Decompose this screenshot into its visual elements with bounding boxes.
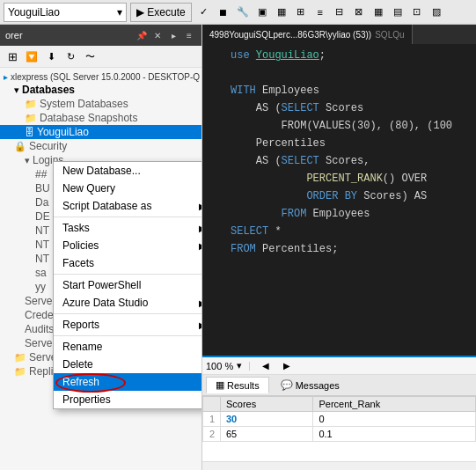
system-databases-item[interactable]: 📁 System Databases (0, 97, 201, 111)
server-item[interactable]: ▸ xlexpress (SQL Server 15.0.2000 - DESK… (0, 71, 201, 83)
checkmark-icon[interactable]: ✓ (195, 4, 213, 21)
menu-facets[interactable]: Facets (54, 254, 202, 272)
menu-refresh-label: Refresh (62, 376, 99, 388)
code-line-8: PERCENT_RANK() OVER (231, 171, 427, 187)
row-num-2: 2 (203, 427, 221, 442)
code-editor[interactable]: use YouguiLiao; WITH Employees AS (SELEC… (202, 44, 476, 356)
toolbar-icon5[interactable]: ⊟ (331, 4, 348, 21)
menu-script-db[interactable]: Script Database as ▶ (54, 197, 202, 215)
database-dropdown[interactable]: YouguiLiao ▾ (4, 3, 127, 22)
refresh-tree-icon[interactable]: ↻ (62, 48, 79, 65)
youguiliao-db-item[interactable]: 🗄 YouguiLiao (0, 125, 201, 139)
toolbar-icon6[interactable]: ⊠ (350, 4, 368, 21)
menu-properties[interactable]: Properties (54, 391, 202, 408)
left-panel: orer 📌 ✕ ▸ ≡ ⊞ 🔽 ⬇ ↻ 〜 ▸ xlexpress (SQL … (0, 25, 202, 470)
line-num-3 (209, 83, 223, 99)
toolbar-icons: ✓ ⏹ 🔧 ▣ ▦ ⊞ ≡ ⊟ ⊠ ▦ ▤ ⊡ ▨ (195, 4, 445, 21)
line-num-6 (209, 136, 223, 151)
toolbar-icon4[interactable]: ≡ (311, 4, 329, 21)
stop-icon[interactable]: ⏹ (215, 4, 232, 21)
line-num-10 (209, 206, 223, 222)
toolbar-icon7[interactable]: ▦ (370, 4, 387, 21)
scroll-right-icon[interactable]: ▶ (278, 357, 296, 375)
sys-db-label: System Databases (40, 98, 128, 110)
tab-bar: 4998YouguiSQLperc...86G3R\yyliao (53)) S… (202, 25, 476, 44)
table-row: 2 65 0.1 (203, 427, 476, 442)
toolbar-icon1[interactable]: ▣ (253, 4, 271, 21)
db-name-label: YouguiLiao (8, 6, 60, 18)
percent-val-2: 0.1 (313, 427, 476, 442)
panel-title: orer (5, 30, 23, 40)
scores-val-1: 30 (221, 412, 313, 427)
databases-folder[interactable]: ▾ Databases (0, 83, 201, 97)
youguiliao-label: YouguiLiao (37, 126, 89, 138)
menu-powershell-label: Start PowerShell (62, 279, 141, 291)
row-num-col-header (203, 397, 221, 412)
line-num-2 (209, 65, 223, 81)
panel-pin-icon[interactable]: 📌 (135, 28, 149, 42)
result-area: 100 % ▾ ◀ ▶ ▦ Results 💬 Messages (202, 356, 476, 470)
menu-rename[interactable]: Rename (54, 338, 202, 356)
messages-tab[interactable]: 💬 Messages (271, 377, 349, 393)
messages-tab-icon: 💬 (281, 379, 293, 391)
code-line-6: Percentiles (231, 136, 326, 151)
menu-tasks[interactable]: Tasks ▶ (54, 219, 202, 237)
messages-tab-label: Messages (296, 380, 340, 391)
menu-new-database[interactable]: New Database... (54, 162, 202, 180)
results-tab[interactable]: ▦ Results (206, 377, 269, 393)
panel-header: orer 📌 ✕ ▸ ≡ (0, 25, 201, 46)
login-nt3-label: NT (35, 253, 49, 265)
toolbar-icon2[interactable]: ▦ (273, 4, 290, 21)
menu-facets-label: Facets (62, 257, 94, 269)
panel-arrow-icon[interactable]: ▸ (166, 28, 180, 42)
line-num-8 (209, 171, 223, 187)
menu-azure-studio[interactable]: Azure Data Studio ▶ (54, 294, 202, 312)
panel-menu-icon[interactable]: ≡ (182, 28, 196, 42)
db-snap-label: Database Snapshots (40, 112, 137, 124)
security-label: Security (29, 140, 67, 152)
audits-label: Audits (25, 323, 54, 335)
security-item[interactable]: 🔒 Security (0, 139, 201, 153)
scroll-left-icon[interactable]: ◀ (257, 357, 275, 375)
filter2-icon[interactable]: ⬇ (42, 48, 60, 65)
menu-delete[interactable]: Delete (54, 356, 202, 373)
code-line-1: use YouguiLiao; (231, 48, 326, 63)
login-de-label: DE (35, 210, 50, 223)
query-tab-label: 4998YouguiSQLperc...86G3R\yyliao (53)) (209, 30, 371, 40)
main-area: orer 📌 ✕ ▸ ≡ ⊞ 🔽 ⬇ ↻ 〜 ▸ xlexpress (SQL … (0, 25, 476, 470)
panel-close-icon[interactable]: ✕ (150, 28, 165, 42)
wave-icon[interactable]: 〜 (81, 48, 99, 65)
menu-policies-arrow: ▶ (199, 241, 202, 251)
toolbar-icon3[interactable]: ⊞ (292, 4, 310, 21)
menu-policies[interactable]: Policies ▶ (54, 237, 202, 254)
menu-refresh[interactable]: Refresh (54, 373, 202, 391)
menu-delete-label: Delete (62, 358, 93, 371)
line-num-12 (209, 241, 223, 257)
db-snap-icon: 📁 (25, 113, 37, 124)
logins-icon: ▾ (25, 155, 30, 166)
login-nt1-label: NT (35, 224, 49, 237)
toolbar-icon8[interactable]: ▤ (389, 4, 406, 21)
zoom-dropdown-icon[interactable]: ▾ (237, 360, 242, 371)
code-line-7: AS (SELECT Scores, (231, 153, 370, 169)
replication-icon: 📁 (14, 366, 26, 378)
toolbar-icon10[interactable]: ▨ (428, 4, 445, 21)
menu-new-database-label: New Database... (62, 165, 141, 177)
login-bu-label: BU (35, 182, 50, 195)
percent-col-header: Percent_Rank (313, 397, 476, 412)
query-tab[interactable]: 4998YouguiSQLperc...86G3R\yyliao (53)) S… (202, 25, 413, 44)
new-item-icon[interactable]: ⊞ (4, 48, 21, 65)
login-nt2-label: NT (35, 239, 49, 251)
menu-new-query[interactable]: New Query (54, 180, 202, 197)
execute-button[interactable]: ▶ Execute (130, 3, 192, 22)
menu-powershell[interactable]: Start PowerShell (54, 276, 202, 294)
menu-reports[interactable]: Reports ▶ (54, 316, 202, 334)
db-snapshots-item[interactable]: 📁 Database Snapshots (0, 111, 201, 125)
debug-icon[interactable]: 🔧 (234, 4, 252, 21)
toolbar-icon9[interactable]: ⊡ (408, 4, 426, 21)
menu-properties-label: Properties (62, 393, 111, 406)
filter-icon[interactable]: 🔽 (23, 48, 40, 65)
top-toolbar: YouguiLiao ▾ ▶ Execute ✓ ⏹ 🔧 ▣ ▦ ⊞ ≡ ⊟ ⊠… (0, 0, 476, 25)
horizontal-scrollbar[interactable] (202, 461, 476, 470)
menu-sep1 (54, 217, 202, 217)
